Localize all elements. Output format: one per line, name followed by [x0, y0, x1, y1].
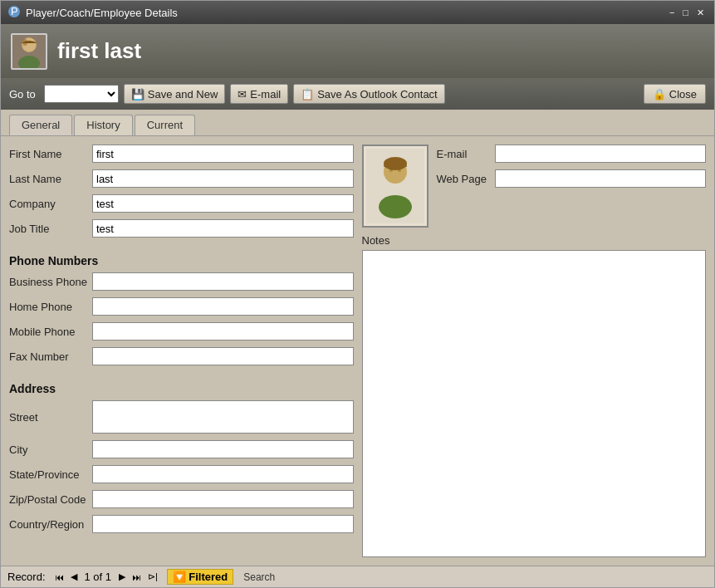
business-phone-label: Business Phone	[9, 276, 92, 288]
company-input[interactable]	[92, 194, 354, 213]
save-new-icon: 💾	[131, 88, 144, 100]
mobile-phone-input[interactable]	[92, 322, 354, 341]
title-bar: P Player/Coach/Employee Details − □ ✕	[1, 1, 714, 24]
email-icon: ✉	[238, 88, 247, 100]
web-page-label: Web Page	[437, 173, 495, 185]
save-outlook-icon: 📋	[301, 88, 314, 100]
fax-number-group: Fax Number	[9, 347, 354, 365]
home-phone-label: Home Phone	[9, 301, 92, 313]
search-button[interactable]: Search	[240, 571, 278, 584]
svg-point-8	[379, 195, 412, 218]
contact-name: first last	[57, 38, 141, 64]
zip-input[interactable]	[92, 490, 354, 508]
tab-history[interactable]: History	[74, 115, 132, 135]
home-phone-input[interactable]	[92, 297, 354, 316]
phone-section-title: Phone Numbers	[9, 254, 354, 267]
title-bar-controls: − □ ✕	[666, 7, 708, 19]
first-name-input[interactable]	[92, 145, 354, 163]
last-record-button[interactable]: ⏭	[130, 571, 144, 583]
fax-number-input[interactable]	[92, 347, 354, 365]
status-bar: Record: ⏮ ◀ 1 of 1 ▶ ⏭ ⊳| 🔽 Filtered Sea…	[1, 566, 714, 587]
close-icon: 🔒	[653, 88, 666, 100]
header-avatar	[11, 33, 47, 70]
email-web-fields: E-mail Web Page	[437, 145, 707, 228]
business-phone-input[interactable]	[92, 272, 354, 291]
street-input[interactable]	[92, 400, 354, 434]
notes-label: Notes	[362, 234, 707, 247]
window-title: Player/Coach/Employee Details	[26, 7, 178, 19]
state-group: State/Province	[9, 465, 354, 483]
svg-point-3	[18, 56, 40, 68]
company-label: Company	[9, 198, 92, 210]
tab-current[interactable]: Current	[135, 115, 195, 135]
right-column: E-mail Web Page Notes	[362, 145, 707, 557]
record-nav: ⏮ ◀ 1 of 1 ▶ ⏭ ⊳|	[52, 571, 160, 583]
email-field-input[interactable]	[495, 145, 707, 163]
close-button[interactable]: 🔒 Close	[644, 84, 706, 104]
minimize-button[interactable]: −	[666, 7, 678, 19]
svg-point-10	[389, 169, 393, 172]
tab-bar: General History Current	[1, 110, 714, 135]
first-record-button[interactable]: ⏮	[52, 571, 66, 583]
prev-record-button[interactable]: ◀	[68, 571, 80, 583]
app-icon: P	[7, 5, 21, 21]
state-label: State/Province	[9, 468, 92, 481]
city-input[interactable]	[92, 440, 354, 458]
zip-group: Zip/Postal Code	[9, 490, 354, 508]
email-field-group: E-mail	[437, 145, 707, 163]
web-page-input[interactable]	[495, 169, 707, 188]
home-phone-group: Home Phone	[9, 297, 354, 316]
first-name-label: First Name	[9, 148, 92, 160]
filtered-badge: 🔽 Filtered	[167, 569, 233, 585]
fax-number-label: Fax Number	[9, 350, 92, 363]
left-column: First Name Last Name Company Job Title P…	[9, 145, 354, 557]
email-label: E-mail	[250, 88, 281, 100]
business-phone-group: Business Phone	[9, 272, 354, 291]
new-record-button[interactable]: ⊳|	[145, 571, 160, 583]
last-name-group: Last Name	[9, 169, 354, 188]
state-input[interactable]	[92, 465, 354, 483]
svg-point-11	[398, 169, 401, 172]
save-new-label: Save and New	[148, 88, 218, 100]
company-group: Company	[9, 194, 354, 213]
header: first last	[1, 24, 714, 78]
city-group: City	[9, 440, 354, 458]
photo-area	[362, 145, 429, 228]
job-title-label: Job Title	[9, 223, 92, 235]
next-record-button[interactable]: ▶	[116, 571, 128, 583]
save-new-button[interactable]: 💾 Save and New	[124, 84, 226, 104]
city-label: City	[9, 443, 92, 456]
goto-label: Go to	[9, 88, 36, 100]
close-label: Close	[669, 88, 697, 100]
main-window: P Player/Coach/Employee Details − □ ✕ fi…	[0, 0, 715, 588]
record-prefix: Record:	[7, 571, 46, 583]
last-name-input[interactable]	[92, 169, 354, 188]
address-section-title: Address	[9, 382, 354, 395]
notes-textarea[interactable]	[362, 250, 707, 557]
email-button[interactable]: ✉ E-mail	[230, 84, 288, 104]
save-outlook-button[interactable]: 📋 Save As Outlook Contact	[293, 84, 445, 104]
web-page-group: Web Page	[437, 169, 707, 188]
toolbar: Go to 💾 Save and New ✉ E-mail 📋 Save As …	[1, 78, 714, 110]
street-label: Street	[9, 411, 92, 424]
email-field-label: E-mail	[437, 148, 495, 160]
first-name-group: First Name	[9, 145, 354, 163]
job-title-group: Job Title	[9, 219, 354, 238]
country-label: Country/Region	[9, 518, 92, 531]
street-group: Street	[9, 400, 354, 434]
svg-text:P: P	[11, 5, 18, 17]
country-group: Country/Region	[9, 515, 354, 533]
zip-label: Zip/Postal Code	[9, 493, 92, 506]
save-outlook-label: Save As Outlook Contact	[317, 88, 438, 100]
job-title-input[interactable]	[92, 219, 354, 238]
last-name-label: Last Name	[9, 173, 92, 185]
mobile-phone-group: Mobile Phone	[9, 322, 354, 341]
photo-contact-row: E-mail Web Page	[362, 145, 707, 228]
tab-general[interactable]: General	[9, 115, 72, 135]
filter-icon: 🔽	[173, 571, 186, 583]
main-content: First Name Last Name Company Job Title P…	[1, 135, 714, 566]
goto-select[interactable]	[44, 85, 119, 103]
maximize-button[interactable]: □	[679, 7, 692, 19]
window-close-button[interactable]: ✕	[693, 7, 708, 19]
country-input[interactable]	[92, 515, 354, 533]
